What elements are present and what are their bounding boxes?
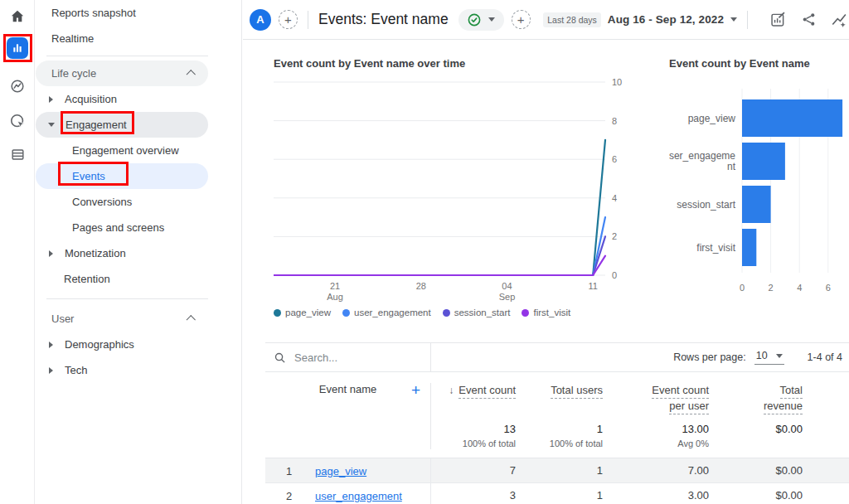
table-row[interactable]: 1 page_view 7 1 7.00 $0.00	[265, 458, 849, 483]
legend-item-session_start: session_start	[443, 308, 511, 317]
y-tick-label: 6	[612, 154, 617, 164]
sidebar-section-user[interactable]: User	[36, 306, 208, 332]
date-range-picker[interactable]: Aug 16 - Sep 12, 2022	[608, 13, 724, 26]
collapse-arrow-icon[interactable]	[48, 123, 55, 127]
rows-per-page-label: Rows per page:	[673, 351, 746, 363]
app-rail	[0, 0, 35, 504]
expand-arrow-icon[interactable]	[49, 367, 53, 374]
x-tick-label: 21	[330, 281, 340, 291]
column-event-count[interactable]: ↓Event count 13 100% of total	[431, 383, 516, 449]
column-event-name[interactable]: Event name +	[265, 383, 431, 449]
chevron-down-icon	[776, 354, 783, 358]
sidebar-item-realtime[interactable]: Realtime	[36, 26, 208, 51]
legend-item-user_engagement: user_engagement	[342, 308, 431, 317]
add-metric-button[interactable]: +	[512, 10, 531, 29]
library-icon[interactable]	[0, 147, 35, 162]
add-dimension-button[interactable]: +	[411, 381, 420, 400]
line-series-user_engagement	[274, 217, 605, 275]
legend-dot	[274, 309, 281, 317]
expand-arrow-icon[interactable]	[49, 96, 53, 103]
header-actions	[769, 11, 849, 29]
search-icon	[274, 351, 286, 364]
check-circle-icon	[468, 13, 481, 27]
sidebar-item-demographics[interactable]: Demographics	[36, 332, 208, 357]
report-status-dropdown[interactable]	[458, 9, 504, 31]
x-tick-label: 04	[502, 281, 512, 291]
legend-label: first_visit	[533, 308, 570, 317]
report-header: A + Events: Event name + Last 28 days Au…	[243, 0, 849, 40]
sidebar-item-tech[interactable]: Tech	[36, 357, 208, 383]
expand-arrow-icon[interactable]	[49, 250, 53, 257]
sidebar-item-acquisition[interactable]: Acquisition	[36, 86, 208, 112]
expand-arrow-icon[interactable]	[49, 342, 53, 348]
totals-event-count-sub: 100% of total	[431, 439, 516, 449]
cell-revenue: $0.00	[709, 483, 803, 504]
bar-first_visit	[742, 229, 756, 266]
cell-event-count: 3	[431, 483, 516, 504]
explore-icon[interactable]	[0, 78, 35, 94]
sidebar-item-conversions[interactable]: Conversions	[36, 189, 208, 215]
collapse-chevron-icon[interactable]	[187, 315, 196, 324]
add-comparison-button[interactable]: +	[279, 10, 298, 29]
legend-dot	[443, 309, 450, 317]
x-tick-label: 4	[797, 283, 802, 293]
legend-item-first_visit: first_visit	[522, 308, 570, 317]
search-placeholder: Search...	[294, 351, 337, 364]
sidebar-item-reports-snapshot[interactable]: Reports snapshot	[36, 0, 208, 26]
reports-icon-active-bg	[7, 37, 28, 59]
advertising-icon[interactable]	[0, 113, 35, 130]
collapse-chevron-icon[interactable]	[187, 70, 196, 79]
table-header: Event name + ↓Event count 13 100% of tot…	[265, 372, 849, 458]
customize-report-icon[interactable]	[769, 11, 787, 28]
x-tick-sublabel: Sep	[499, 292, 516, 302]
x-tick-label: 6	[826, 283, 831, 293]
sidebar-item-engagement[interactable]: Engagement	[36, 112, 208, 138]
column-event-count-per-user[interactable]: Event countper user 13.00 Avg 0%	[603, 383, 709, 449]
legend-label: page_view	[285, 308, 331, 317]
y-tick-label: 8	[612, 116, 617, 126]
sort-desc-icon[interactable]: ↓	[449, 385, 454, 396]
column-total-revenue[interactable]: Totalrevenue $0.00	[709, 383, 803, 449]
insights-icon[interactable]	[831, 11, 849, 29]
bar-chart-panel: Event count by Event name 0246page_viewu…	[669, 57, 849, 298]
bar-session_start	[742, 186, 771, 223]
event-name-link[interactable]: user_engagement	[315, 490, 402, 502]
sidebar-item-engagement-overview[interactable]: Engagement overview	[36, 138, 208, 163]
column-total-users[interactable]: Total users 1 100% of total	[516, 383, 603, 449]
x-tick-label: 11	[588, 281, 597, 291]
reports-icon[interactable]	[0, 37, 35, 59]
totals-per-user: 13.00	[603, 423, 709, 436]
sidebar-item-retention[interactable]: Retention	[36, 266, 208, 292]
avatar[interactable]: A	[250, 9, 271, 31]
sidebar-item-pages-and-screens[interactable]: Pages and screens	[36, 215, 208, 240]
x-tick-label: 28	[416, 281, 426, 291]
event-name-link[interactable]: page_view	[315, 465, 366, 477]
share-icon[interactable]	[801, 12, 817, 27]
events-table: Search... Rows per page: 10 1-4 of 4 Eve…	[265, 342, 849, 504]
totals-per-user-sub: Avg 0%	[603, 439, 709, 449]
report-sidebar: Reports snapshot Realtime Life cycle Acq…	[36, 0, 242, 504]
bar-label-first_visit: first_visit	[696, 242, 735, 254]
home-icon[interactable]	[0, 8, 35, 25]
date-range-badge: Last 28 days	[543, 12, 601, 27]
table-row[interactable]: 2 user_engagement 3 1 3.00 $0.00	[265, 483, 849, 504]
x-tick-label: 0	[740, 283, 745, 293]
bar-label-user_engagement: user_engagement	[669, 150, 736, 172]
bar-label-session_start: session_start	[677, 199, 735, 211]
line-series-session_start	[274, 236, 605, 275]
y-tick-label: 2	[612, 231, 617, 241]
cell-per-user: 3.00	[603, 483, 709, 504]
rows-per-page-select[interactable]: 10	[754, 350, 784, 365]
table-search-input[interactable]: Search...	[265, 343, 431, 371]
table-pagination: Rows per page: 10 1-4 of 4	[431, 350, 849, 365]
sidebar-item-events[interactable]: Events	[36, 163, 208, 189]
sidebar-item-monetization[interactable]: Monetization	[36, 240, 208, 266]
line-series-first_visit	[274, 256, 605, 275]
sidebar-section-life-cycle[interactable]: Life cycle	[36, 61, 208, 86]
bar-chart-title: Event count by Event name	[669, 57, 849, 70]
chevron-down-icon[interactable]	[730, 17, 737, 22]
legend-dot	[522, 309, 529, 317]
ga4-events-report: Reports snapshot Realtime Life cycle Acq…	[0, 0, 849, 504]
x-tick-sublabel: Aug	[327, 292, 343, 302]
totals-total-users-sub: 100% of total	[516, 439, 603, 449]
